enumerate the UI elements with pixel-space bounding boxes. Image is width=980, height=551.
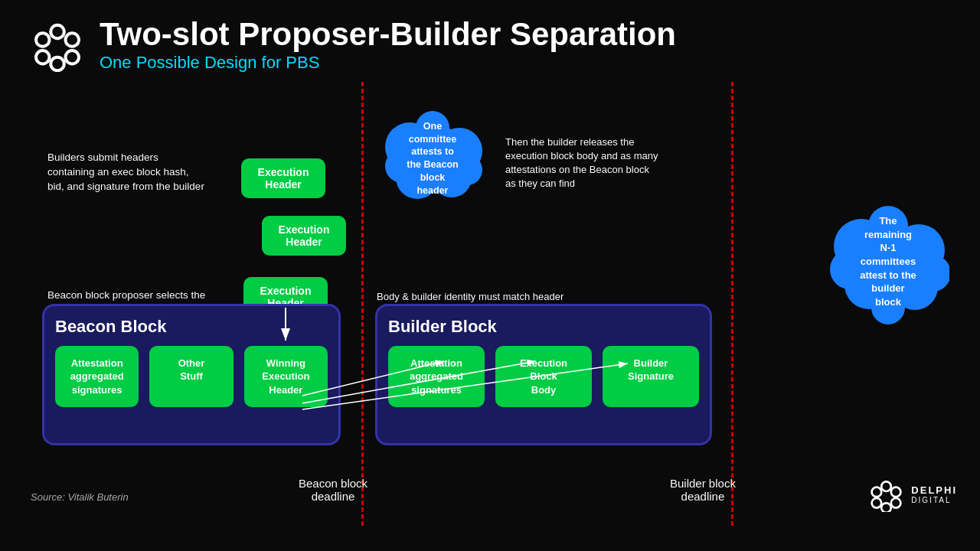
svg-point-27 — [872, 498, 882, 508]
main-title: Two-slot Proposer-Builder Separation — [100, 17, 676, 52]
cloud-right-container: TheremainingN-1committeesattest to thebu… — [827, 197, 949, 327]
dashed-line-2 — [731, 82, 733, 526]
delphi-sub: DIGITAL — [911, 496, 957, 504]
delphi-logo-icon — [869, 478, 903, 512]
svg-point-5 — [36, 34, 50, 47]
svg-point-24 — [891, 487, 901, 497]
body-match-text: Body & builder identity must match heade… — [377, 290, 622, 304]
source-label: Source: Vitalik Buterin — [31, 491, 129, 503]
builder-deadline-label: Builder blockdeadline — [670, 477, 736, 503]
header-text-block: Two-slot Proposer-Builder Separation One… — [100, 17, 676, 74]
svg-point-26 — [882, 503, 892, 512]
then-builder-text: Then the builder releases the execution … — [505, 135, 658, 191]
delphi-logo: DELPHI DIGITAL — [869, 478, 957, 512]
builder-block-container: Builder Block Attestationaggregatedsigna… — [375, 304, 712, 445]
svg-point-2 — [66, 51, 80, 64]
beacon-item-winning-header: WinningExecutionHeader — [244, 346, 328, 408]
svg-point-4 — [36, 51, 50, 64]
svg-point-28 — [872, 487, 882, 497]
delphi-text: DELPHI DIGITAL — [911, 484, 957, 504]
beacon-block-container: Beacon Block Attestationaggregatedsignat… — [42, 304, 341, 445]
svg-point-0 — [51, 25, 64, 39]
cloud-right-text: TheremainingN-1committeesattest to thebu… — [835, 212, 942, 311]
builders-submit-text: Builders submit headers containing an ex… — [47, 151, 208, 194]
beacon-deadline-label: Beacon blockdeadline — [299, 477, 368, 503]
page-header: Two-slot Proposer-Builder Separation One… — [0, 0, 980, 82]
beacon-block-title: Beacon Block — [55, 317, 328, 337]
beacon-item-other: OtherStuff — [149, 346, 233, 408]
main-logo-icon — [31, 18, 84, 72]
builder-block-items: Attestationaggregatedsignatures Executio… — [388, 346, 699, 408]
cloud-left-text: Onecommitteeattests tothe Beaconblockhea… — [383, 115, 482, 203]
svg-point-25 — [891, 498, 901, 508]
cloud-left-container: Onecommitteeattests tothe Beaconblockhea… — [375, 101, 490, 216]
exec-header-1: ExecutionHeader — [241, 158, 325, 198]
diagram-area: Builders submit headers containing an ex… — [0, 82, 980, 526]
svg-point-23 — [882, 481, 892, 491]
exec-header-2: ExecutionHeader — [262, 216, 346, 256]
main-subtitle: One Possible Design for PBS — [100, 52, 676, 74]
dashed-line-1 — [361, 82, 364, 526]
beacon-block-items: Attestationaggregatedsignatures OtherStu… — [55, 346, 328, 408]
svg-point-1 — [66, 34, 80, 47]
builder-item-signature: BuilderSignature — [603, 346, 699, 408]
builder-item-attestation: Attestationaggregatedsignatures — [388, 346, 485, 408]
builder-item-exec-body: ExecutionBlockBody — [495, 346, 592, 408]
beacon-item-attestation: Attestationaggregatedsignatures — [55, 346, 139, 408]
delphi-name: DELPHI — [911, 484, 957, 496]
builder-block-title: Builder Block — [388, 317, 699, 337]
svg-point-3 — [51, 57, 64, 71]
